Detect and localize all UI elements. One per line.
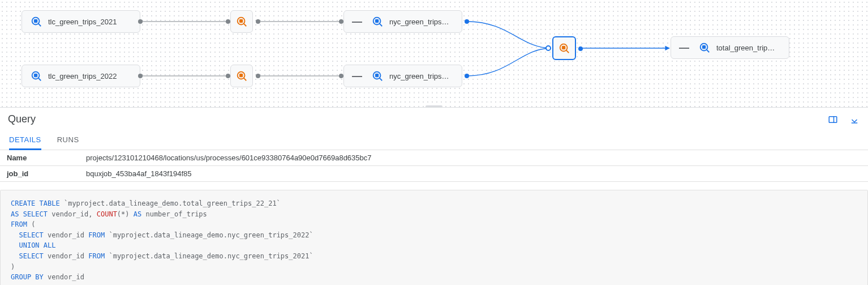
svg-line-24 (566, 50, 569, 53)
svg-line-6 (38, 24, 41, 27)
sql-block: CREATE TABLE `myproject.data_lineage_dem… (0, 190, 868, 285)
svg-rect-29 (829, 116, 837, 122)
details-panel: Query DETAILS RUNS Name projects/1231012… (0, 108, 868, 285)
port-in (545, 45, 551, 51)
table-node-tlc-2021[interactable]: tlc_green_trips_2021 (22, 10, 140, 33)
port-out (578, 46, 583, 51)
tab-details[interactable]: DETAILS (9, 131, 41, 150)
process-node-1[interactable] (230, 10, 253, 33)
tab-runs[interactable]: RUNS (57, 131, 79, 150)
port-out (465, 74, 469, 78)
svg-line-27 (707, 50, 710, 53)
svg-rect-10 (239, 19, 243, 23)
table-node-tlc-2022[interactable]: tlc_green_trips_2022 (22, 65, 140, 87)
query-icon (235, 15, 248, 28)
collapse-icon[interactable]: — (352, 16, 362, 28)
table-icon (30, 15, 42, 28)
collapse-icon[interactable]: — (352, 70, 362, 82)
svg-line-18 (244, 78, 247, 81)
table-icon (371, 70, 384, 82)
table-icon (30, 70, 42, 82)
query-icon (235, 70, 248, 82)
port-out (138, 74, 143, 78)
port-in (226, 74, 230, 78)
svg-line-9 (244, 24, 247, 27)
table-node-output[interactable]: — total_green_trip… (671, 36, 789, 59)
node-label: nyc_green_trips… (389, 72, 449, 80)
meta-row-name: Name projects/123101210468/locations/us/… (0, 150, 868, 166)
table-node-nyc-1[interactable]: — nyc_green_trips… (343, 10, 462, 33)
port-in (226, 19, 230, 24)
panel-collapse-icon[interactable] (849, 114, 860, 125)
port-in (339, 74, 343, 78)
query-icon (558, 42, 570, 54)
svg-rect-16 (34, 74, 37, 77)
node-label: tlc_green_trips_2022 (48, 72, 117, 80)
svg-rect-19 (239, 74, 243, 77)
lineage-canvas[interactable]: tlc_green_trips_2021 — nyc_green_trips… … (0, 0, 868, 108)
svg-rect-28 (702, 45, 706, 49)
port-out (465, 19, 469, 24)
tabs: DETAILS RUNS (0, 131, 868, 150)
svg-line-12 (380, 24, 383, 27)
node-label: tlc_green_trips_2021 (48, 18, 117, 26)
panel-title: Query (8, 113, 36, 125)
svg-rect-22 (375, 74, 379, 77)
meta-value: projects/123101210468/locations/us/proce… (86, 154, 372, 162)
meta-value: bquxjob_453ba4af_1843f194f85 (86, 169, 192, 178)
port-out (256, 74, 260, 78)
svg-rect-13 (375, 19, 379, 23)
meta-row-jobid: job_id bquxjob_453ba4af_1843f194f85 (0, 166, 868, 182)
svg-line-21 (380, 78, 383, 81)
process-node-2[interactable] (230, 65, 253, 87)
node-label: total_green_trip… (716, 44, 775, 52)
process-node-selected[interactable] (552, 36, 576, 60)
svg-rect-7 (34, 19, 37, 23)
meta-key: job_id (7, 169, 86, 178)
port-in (339, 19, 343, 24)
table-icon (698, 41, 711, 54)
table-node-nyc-2[interactable]: — nyc_green_trips… (343, 65, 462, 87)
port-out (256, 19, 260, 24)
table-icon (371, 15, 384, 28)
meta-key: Name (7, 154, 86, 162)
collapse-icon[interactable]: — (679, 42, 689, 54)
port-out (138, 19, 143, 24)
node-label: nyc_green_trips… (389, 18, 449, 26)
svg-rect-25 (562, 46, 565, 49)
svg-line-15 (38, 78, 41, 81)
metadata-table: Name projects/123101210468/locations/us/… (0, 150, 868, 182)
panel-layout-icon[interactable] (827, 114, 839, 125)
